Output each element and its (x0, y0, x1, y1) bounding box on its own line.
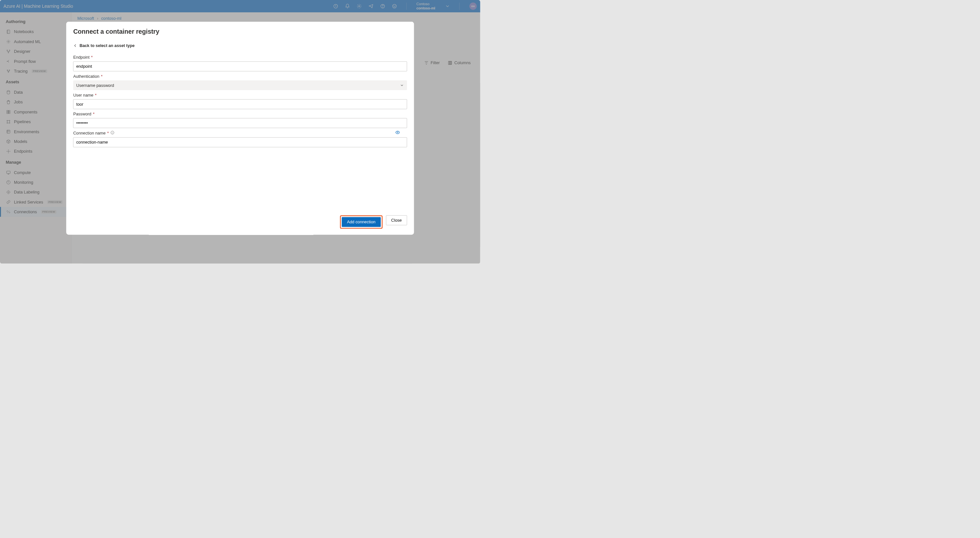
connect-registry-modal: Connect a container registry Back to sel… (66, 22, 414, 235)
required-asterisk: * (107, 131, 109, 135)
modal-title: Connect a container registry (73, 28, 407, 35)
endpoint-input[interactable] (73, 62, 407, 71)
authentication-select[interactable]: Username password (73, 80, 407, 90)
authentication-label: Authentication* (73, 74, 407, 79)
required-asterisk: * (95, 93, 97, 97)
chevron-down-icon (400, 83, 404, 88)
add-connection-button[interactable]: Add connection (342, 217, 381, 227)
authentication-value: Username password (76, 83, 114, 88)
visibility-toggle-icon[interactable] (395, 130, 400, 135)
svg-point-33 (397, 132, 398, 133)
username-input[interactable] (73, 99, 407, 109)
required-asterisk: * (101, 74, 103, 79)
modal-overlay: Connect a container registry Back to sel… (0, 0, 480, 264)
required-asterisk: * (91, 55, 93, 60)
username-label: User name* (73, 93, 407, 97)
connection-name-input[interactable] (73, 137, 407, 147)
back-link[interactable]: Back to select an asset type (73, 43, 407, 48)
info-icon[interactable] (110, 131, 115, 136)
required-asterisk: * (93, 111, 95, 116)
password-label: Password* (73, 111, 407, 116)
connection-name-label: Connection name* (73, 131, 115, 136)
back-link-label: Back to select an asset type (80, 43, 135, 48)
close-button[interactable]: Close (386, 215, 407, 225)
highlight-annotation: Add connection (340, 215, 382, 229)
password-input[interactable] (73, 118, 407, 128)
endpoint-label: Endpoint* (73, 55, 407, 60)
